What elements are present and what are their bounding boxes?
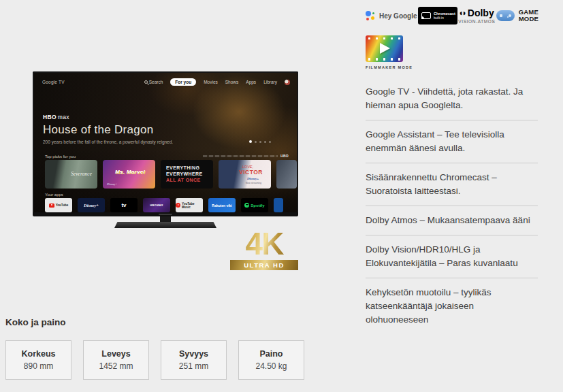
- spec-value-width: 1452 mm: [99, 361, 133, 371]
- hey-google-badge: Hey Google: [366, 10, 417, 21]
- chromecast-icon: [421, 12, 431, 19]
- filmstrip-holes-top: [368, 37, 400, 40]
- tv-brand-mark: [159, 214, 172, 215]
- ms-marvel-provider: Disney+: [107, 182, 118, 186]
- tv-stand-base: [114, 222, 216, 228]
- top-picks-label: Top picks for you: [45, 154, 76, 159]
- youtube-icon: [49, 203, 54, 208]
- google-assistant-icon: [366, 10, 376, 21]
- app-tile-apple-tv: tv: [110, 198, 138, 212]
- app-tile-spotify: Spotify: [241, 198, 268, 212]
- spec-label-width: Leveys: [101, 349, 130, 359]
- carousel-dot: [269, 141, 271, 143]
- dolby-logo-row: ◖◗ Dolby: [458, 7, 495, 18]
- filmmaker-mode-badge: FILMMAKER MODE: [366, 35, 413, 69]
- eeaao-line3: ALL AT ONCE: [166, 178, 201, 183]
- size-weight-heading: Koko ja paino: [5, 317, 66, 327]
- nav-tab-apps: Apps: [246, 80, 256, 84]
- carousel-dots: [249, 140, 271, 143]
- 4k-logo: 4K: [230, 229, 298, 259]
- nav-search-label: Search: [149, 80, 163, 84]
- hbo-max-logo-hbo: HBO: [43, 114, 57, 120]
- carousel-dot: [259, 141, 261, 143]
- hero-title: House of the Dragon: [43, 123, 173, 137]
- search-icon: [144, 80, 148, 84]
- tv-stand-neck: [160, 216, 171, 222]
- assistant-dot-red: [366, 18, 369, 20]
- dolby-double-d-icon: ◖◗: [458, 8, 466, 18]
- assistant-dot-yellow: [371, 16, 374, 20]
- dolby-badge: ◖◗ Dolby VISION-ATMOS: [458, 7, 495, 24]
- feature-frameless-design: Kehyksetön muotoilu – tyylikäs katseenkä…: [366, 278, 538, 334]
- assistant-dot-blue: [366, 11, 371, 16]
- love-victor-line2: VICTOR: [239, 169, 263, 176]
- card-ms-marvel: Ms. Marvel Disney+: [103, 160, 155, 189]
- spotify-label: Spotify: [251, 203, 264, 208]
- chromecast-line2: built-in: [434, 16, 455, 20]
- carousel-dot: [264, 141, 266, 143]
- eeaao-line2: EVERYWHERE: [166, 172, 203, 177]
- youtube-music-label: YouTube Music: [182, 202, 203, 209]
- spec-label-weight: Paino: [259, 349, 283, 359]
- spec-box-width: Leveys 1452 mm: [83, 340, 149, 380]
- spec-box-depth: Syvyys 251 mm: [161, 340, 227, 380]
- dolby-wordmark: Dolby: [468, 7, 494, 18]
- google-tv-nav: Google TV Search For you Movies Shows Ap…: [42, 78, 290, 86]
- youtube-label: YouTube: [56, 203, 69, 207]
- filmmaker-mode-label: FILMMAKER MODE: [366, 65, 413, 69]
- spec-box-height: Korkeus 890 mm: [5, 340, 71, 380]
- hero-banner: HBOmax House of the Dragon 200 years bef…: [43, 114, 173, 144]
- spotify-icon: [244, 203, 249, 208]
- gamepad-icon: [496, 10, 515, 21]
- product-page: Google TV Search For you Movies Shows Ap…: [0, 0, 563, 392]
- love-victor-caption: Now streaming: [246, 182, 261, 184]
- feature-dolby-atmos: Dolby Atmos – Mukaansatempaava ääni: [366, 206, 538, 235]
- spec-box-weight: Paino 24.50 kg: [238, 340, 304, 380]
- severance-title: Severance: [71, 171, 92, 177]
- app-tile-hbo-max: HBOMAX: [143, 198, 170, 212]
- spec-value-height: 890 mm: [24, 361, 53, 371]
- game-mode-text: GAMEMODE: [519, 9, 538, 23]
- app-tile-disney-plus: Disney+: [78, 198, 105, 212]
- dolby-vision-atmos-label: VISION-ATMOS: [458, 19, 495, 24]
- tv-bottom-bezel: [33, 212, 298, 216]
- app-tile-youtube-music: YouTube Music: [176, 198, 203, 212]
- hbo-max-label: HBOMAX: [150, 203, 163, 207]
- disney-plus-label: Disney+: [84, 203, 99, 208]
- nav-tab-movies: Movies: [204, 80, 218, 84]
- chromecast-badge: Chromecastbuilt-in: [418, 7, 457, 24]
- card-everything-everywhere: EVERYTHING EVERYWHERE ALL AT ONCE: [161, 160, 213, 189]
- feature-google-assistant: Google Assistant – Tee televisiolla enem…: [366, 120, 538, 163]
- 4k-ultra-hd-badge: 4K ULTRA HD: [230, 229, 298, 270]
- game-mode-badge: GAMEMODE: [496, 9, 538, 23]
- spec-boxes: Korkeus 890 mm Leveys 1452 mm Syvyys 251…: [5, 340, 304, 380]
- caption-text-blur: [203, 155, 278, 157]
- ms-marvel-title: Ms. Marvel: [115, 169, 145, 175]
- carousel-dot: [255, 141, 257, 143]
- hey-google-label: Hey Google: [379, 12, 417, 20]
- app-tile-youtube: YouTube: [45, 198, 72, 212]
- game-mode-line2: MODE: [519, 16, 538, 22]
- certification-badges: Hey Google Chromecastbuilt-in ◖◗ Dolby V…: [366, 7, 538, 24]
- ultra-hd-bar: ULTRA HD: [230, 260, 298, 270]
- spec-label-height: Korkeus: [21, 349, 55, 359]
- nav-search: Search: [144, 80, 163, 84]
- tv-product-image: Google TV Search For you Movies Shows Ap…: [33, 71, 298, 228]
- card-love-victor: LOVE, VICTOR Disney+ Now streaming: [219, 160, 271, 189]
- play-triangle-icon: [380, 43, 390, 54]
- profile-avatar: [285, 80, 290, 85]
- carousel-dot-active: [249, 140, 252, 143]
- spec-value-depth: 251 mm: [179, 361, 208, 371]
- apple-tv-label: tv: [121, 202, 126, 208]
- eeaao-line1: EVERYTHING: [166, 165, 199, 171]
- spec-value-weight: 24.50 kg: [255, 361, 287, 371]
- hero-caption: HBO: [203, 154, 289, 158]
- nav-tab-library: Library: [263, 80, 277, 84]
- hbo-max-logo-max: max: [58, 114, 69, 120]
- chromecast-line1: Chromecast: [434, 12, 455, 16]
- assistant-dot-green: [372, 12, 374, 14]
- feature-google-tv: Google TV - Viihdettä, jota rakastat. Ja…: [366, 78, 538, 120]
- chromecast-text: Chromecastbuilt-in: [434, 12, 455, 20]
- spec-label-depth: Syvyys: [179, 349, 208, 359]
- youtube-music-icon: [176, 203, 180, 208]
